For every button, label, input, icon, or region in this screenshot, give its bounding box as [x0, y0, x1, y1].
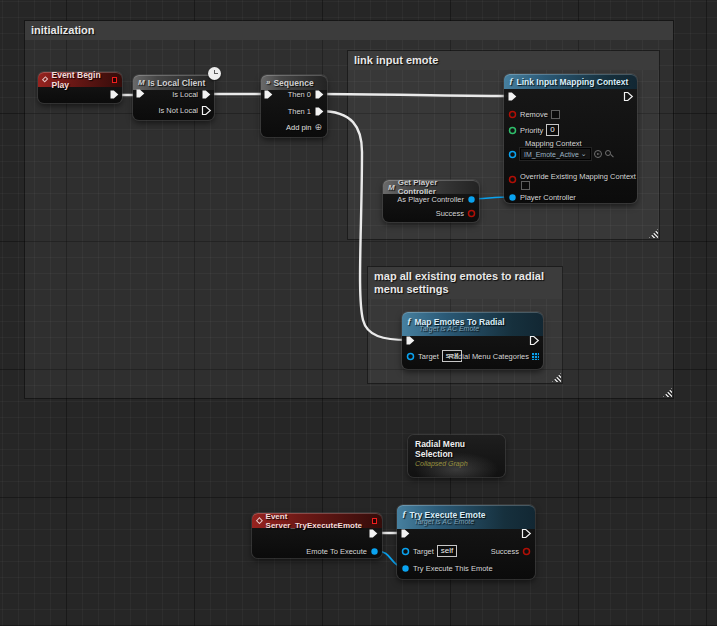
node-event-server-try-execute-emote[interactable]: Event Server_TryExecuteEmote Emote To Ex… — [252, 513, 382, 558]
mapping-context-dropdown[interactable]: IM_Emote_Active ⌄ — [520, 148, 591, 160]
node-subtitle: Target is AC Emote — [407, 325, 538, 332]
node-title: Is Local Client — [148, 78, 206, 88]
exec-out-pin-then0[interactable] — [314, 89, 325, 100]
node-header[interactable]: ƒ Try Execute Emote Target is AC Emote — [397, 505, 535, 529]
pin-row-success: Success — [491, 546, 531, 556]
node-get-player-controller[interactable]: M Get Player Controller As Player Contro… — [383, 180, 479, 222]
exec-out-pin-then1[interactable] — [314, 106, 325, 117]
add-pin-icon: ⊕ — [314, 122, 322, 132]
object-pin-player-controller[interactable] — [508, 193, 517, 202]
pin-label-mapping-context: Mapping Context — [525, 138, 582, 148]
exec-in-pin[interactable] — [405, 335, 416, 346]
object-pin-as-player-controller[interactable] — [467, 195, 476, 204]
pin-row-override: Override Existing Mapping Context — [508, 171, 636, 181]
macro-icon: M — [388, 183, 395, 192]
exec-in-pin[interactable] — [263, 89, 274, 100]
exec-out-pin-is-not-local[interactable] — [201, 105, 212, 116]
exec-out-pin[interactable] — [623, 91, 634, 102]
comment-initialization-header[interactable]: initialization — [25, 21, 673, 40]
exec-in-pin[interactable] — [135, 88, 146, 99]
node-header[interactable]: M Get Player Controller — [383, 180, 479, 194]
node-header[interactable]: ƒ Link Input Mapping Context — [504, 74, 637, 89]
object-pin-target[interactable] — [401, 547, 410, 556]
pin-row-remove: Remove — [508, 109, 560, 119]
use-selected-asset-icon[interactable] — [594, 150, 602, 158]
priority-value-input[interactable]: 0 — [546, 124, 558, 136]
event-indicator-icon — [112, 77, 117, 83]
pin-label: Emote To Execute — [306, 547, 367, 556]
comment-title: initialization — [31, 24, 95, 36]
blueprint-graph-canvas[interactable]: initialization link input emote map all … — [0, 0, 717, 626]
node-subtitle: Collapsed Graph — [408, 459, 505, 468]
pin-row-mapping-context: IM_Emote_Active ⌄ — [508, 149, 614, 159]
exec-out-pin[interactable] — [109, 89, 120, 100]
function-icon: ƒ — [509, 77, 514, 86]
comment-title: link input emote — [354, 54, 438, 66]
exec-out-pin[interactable] — [368, 528, 379, 539]
bool-pin-success[interactable] — [522, 547, 531, 556]
comment-resize-grip[interactable] — [649, 229, 658, 238]
pin-row-try-execute-this-emote: Try Execute This Emote — [401, 563, 493, 573]
comment-map-emotes-header[interactable]: map all existing emotes to radial menu s… — [368, 267, 562, 299]
node-subtitle: Target is AC Emote — [402, 518, 530, 525]
object-pin-mapping-context[interactable] — [508, 150, 517, 159]
comment-link-input-emote-header[interactable]: link input emote — [348, 51, 659, 70]
comment-resize-grip[interactable] — [663, 388, 672, 397]
remove-checkbox[interactable] — [551, 110, 560, 119]
node-link-input-mapping-context[interactable]: ƒ Link Input Mapping Context Remove Prio… — [504, 74, 637, 203]
comment-resize-grip[interactable] — [552, 373, 561, 382]
node-is-local-client[interactable]: M Is Local Client Is Local Is Not Local — [133, 75, 214, 120]
object-pin-try-execute-this-emote[interactable] — [401, 564, 410, 573]
event-icon — [42, 76, 49, 83]
pin-label: Is Not Local — [158, 106, 198, 115]
bool-pin-remove[interactable] — [508, 110, 517, 119]
pin-row-is-local: Is Local — [172, 89, 212, 99]
node-header[interactable]: Event Begin Play — [38, 72, 122, 87]
bool-pin-success[interactable] — [467, 209, 476, 218]
pin-label: Priority — [520, 126, 543, 135]
pin-label: Radial Menu Categories — [449, 352, 529, 361]
exec-out-pin-is-local[interactable] — [201, 89, 212, 100]
node-title: Event Begin Play — [51, 70, 108, 90]
node-event-begin-play[interactable]: Event Begin Play — [38, 72, 122, 103]
node-sequence[interactable]: » Sequence Then 0 Then 1 Add pin ⊕ — [261, 75, 327, 137]
exec-out-pin[interactable] — [529, 335, 540, 346]
node-header[interactable]: Event Server_TryExecuteEmote — [252, 513, 382, 528]
pin-row-then1: Then 1 — [288, 106, 325, 116]
object-pin-target[interactable] — [406, 352, 415, 361]
object-pin-emote-to-execute[interactable] — [370, 547, 379, 556]
event-icon — [256, 517, 263, 524]
override-checkbox[interactable] — [521, 181, 530, 190]
exec-in-pin[interactable] — [507, 91, 518, 102]
int-pin-priority[interactable] — [508, 126, 517, 135]
target-self-box[interactable]: self — [437, 545, 457, 557]
chevron-down-icon: ⌄ — [581, 150, 587, 158]
node-try-execute-emote[interactable]: ƒ Try Execute Emote Target is AC Emote T… — [397, 505, 535, 579]
node-header[interactable]: ƒ Map Emotes To Radial Target is AC Emot… — [402, 312, 543, 336]
pin-row-player-controller: Player Controller — [508, 192, 576, 202]
pin-row-priority: Priority 0 — [508, 125, 559, 135]
pin-row-then0: Then 0 — [288, 89, 325, 99]
exec-in-pin[interactable] — [400, 528, 411, 539]
node-title: Radial Menu Selection — [408, 435, 505, 459]
pin-label: Remove — [520, 110, 548, 119]
pin-label: Override Existing Mapping Context — [520, 172, 636, 181]
exec-out-pin[interactable] — [521, 528, 532, 539]
sequence-icon: » — [266, 78, 270, 87]
array-pin-radial-menu-categories[interactable] — [532, 353, 539, 360]
latent-clock-icon — [208, 67, 221, 80]
event-indicator-icon — [372, 518, 377, 524]
pin-label: Is Local — [172, 90, 198, 99]
add-pin-label: Add pin — [286, 123, 311, 132]
bool-pin-override[interactable] — [508, 175, 517, 184]
pin-label: As Player Controller — [397, 195, 464, 204]
add-pin-button[interactable]: Add pin ⊕ — [286, 122, 322, 132]
node-radial-menu-selection[interactable]: Radial Menu Selection Collapsed Graph — [408, 435, 505, 477]
node-map-emotes-to-radial[interactable]: ƒ Map Emotes To Radial Target is AC Emot… — [402, 312, 543, 369]
pin-label: Target — [413, 547, 434, 556]
dropdown-value: IM_Emote_Active — [524, 151, 579, 158]
browse-asset-icon[interactable] — [605, 150, 614, 159]
pin-row-success: Success — [436, 208, 476, 218]
pin-row-target: Target self — [401, 546, 457, 556]
pin-label: Then 1 — [288, 107, 311, 116]
